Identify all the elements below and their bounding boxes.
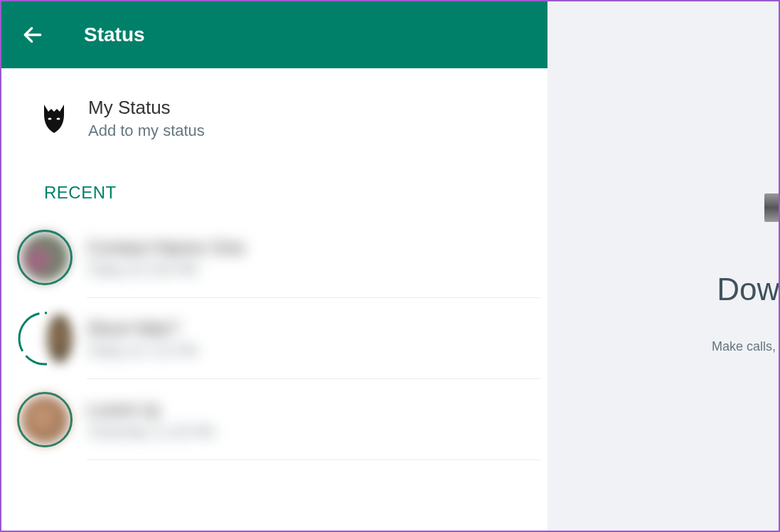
contact-avatar [21, 233, 69, 282]
status-ring [17, 311, 73, 366]
my-status-subtitle: Add to my status [88, 122, 205, 140]
status-time: Today at 1:12 PM [87, 343, 198, 359]
status-text: Contact Name OneToday at 3:45 PM [87, 237, 245, 278]
status-ring-icon [17, 311, 47, 366]
svg-point-2 [57, 117, 60, 119]
page-title: Status [84, 23, 145, 46]
right-subtitle: Make calls, share y [712, 339, 780, 354]
batman-icon [40, 103, 68, 134]
svg-point-1 [48, 117, 52, 119]
contact-name: Lorem Ip [87, 399, 214, 421]
status-text: Lorem IpYesterday 11:20 PM [87, 399, 214, 440]
contact-avatar [47, 314, 73, 363]
status-header: Status [1, 1, 547, 68]
right-title: Downlo [717, 272, 780, 307]
back-arrow-icon [21, 23, 44, 46]
contact-name: Contact Name One [87, 237, 245, 259]
my-status-row[interactable]: My Status Add to my status [1, 68, 547, 161]
status-time: Today at 3:45 PM [87, 262, 245, 278]
my-status-text: My Status Add to my status [88, 97, 205, 140]
status-ring [17, 392, 73, 447]
status-item[interactable]: Contact Name OneToday at 3:45 PM [1, 217, 547, 298]
svg-point-3 [19, 313, 47, 364]
my-status-title: My Status [88, 97, 205, 119]
status-item[interactable]: Short Nite?Today at 1:12 PM [1, 298, 547, 379]
status-text: Short Nite?Today at 1:12 PM [87, 318, 198, 359]
right-welcome-panel: Downlo Make calls, share y Y [547, 1, 779, 531]
my-status-avatar [37, 102, 71, 136]
device-illustration-icon [764, 193, 779, 222]
contact-name: Short Nite? [87, 318, 198, 340]
contact-avatar [21, 395, 69, 444]
recent-section-label: RECENT [1, 161, 547, 217]
status-list: Contact Name OneToday at 3:45 PMShort Ni… [1, 217, 547, 460]
status-time: Yesterday 11:20 PM [87, 424, 214, 440]
status-panel: Status My Status Add to my status RECENT… [1, 1, 547, 531]
status-ring [17, 230, 73, 285]
status-item[interactable]: Lorem IpYesterday 11:20 PM [1, 379, 547, 460]
back-button[interactable] [16, 18, 50, 52]
